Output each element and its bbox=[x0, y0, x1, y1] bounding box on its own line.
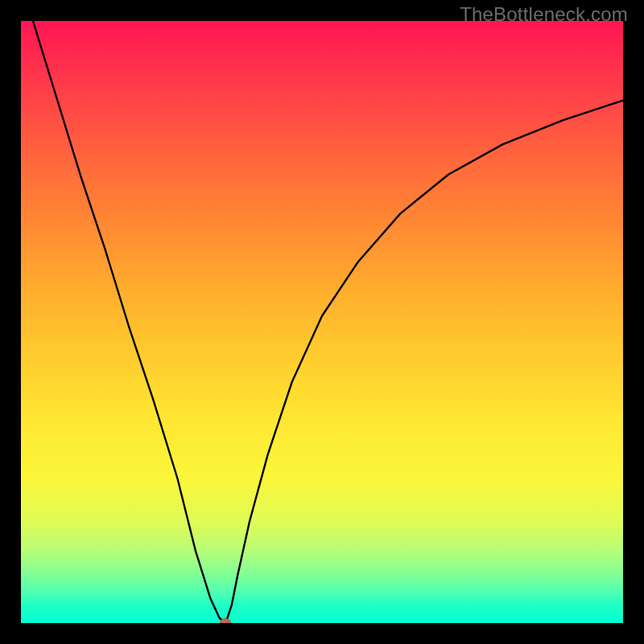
curve-path bbox=[33, 21, 623, 623]
curve-layer bbox=[21, 21, 623, 623]
minimum-marker bbox=[220, 618, 231, 623]
plot-area bbox=[21, 21, 623, 623]
chart-container: TheBottleneck.com bbox=[0, 0, 644, 644]
